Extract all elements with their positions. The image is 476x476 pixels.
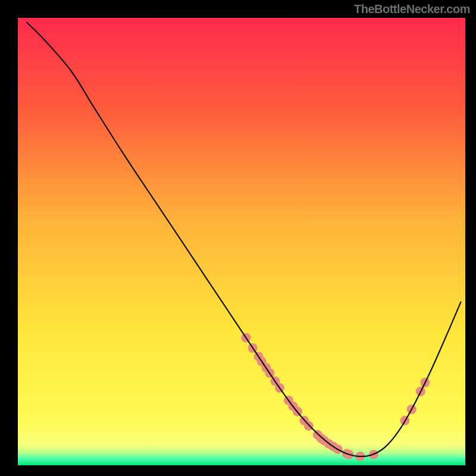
chart-container: TheBottleNecker.com [0,0,476,476]
plot-background [18,18,465,465]
chart-svg [0,0,476,476]
watermark-text: TheBottleNecker.com [354,2,470,16]
